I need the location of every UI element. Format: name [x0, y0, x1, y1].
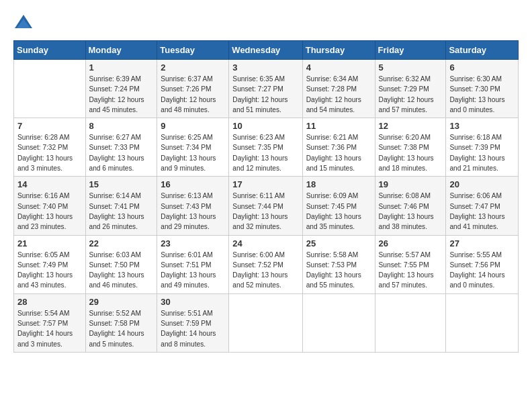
calendar-cell: [229, 293, 302, 352]
day-number: 23: [161, 238, 225, 248]
calendar-cell: 21Sunrise: 6:05 AMSunset: 7:49 PMDayligh…: [14, 235, 86, 293]
day-number: 21: [17, 238, 82, 248]
calendar-week-row: 7Sunrise: 6:28 AMSunset: 7:32 PMDaylight…: [14, 118, 519, 177]
day-number: 29: [89, 297, 154, 307]
calendar-cell: 14Sunrise: 6:16 AMSunset: 7:40 PMDayligh…: [14, 177, 86, 235]
day-detail: Sunrise: 6:09 AMSunset: 7:45 PMDaylight:…: [306, 191, 371, 232]
day-number: 5: [379, 62, 443, 73]
day-header-saturday: Saturday: [446, 41, 519, 60]
day-number: 30: [161, 297, 225, 307]
day-detail: Sunrise: 6:00 AMSunset: 7:52 PMDaylight:…: [232, 250, 298, 291]
calendar-cell: 22Sunrise: 6:03 AMSunset: 7:50 PMDayligh…: [85, 235, 157, 293]
calendar-cell: 2Sunrise: 6:37 AMSunset: 7:26 PMDaylight…: [157, 60, 229, 118]
day-detail: Sunrise: 6:32 AMSunset: 7:29 PMDaylight:…: [379, 74, 443, 115]
calendar-cell: 13Sunrise: 6:18 AMSunset: 7:39 PMDayligh…: [446, 118, 519, 177]
day-detail: Sunrise: 6:37 AMSunset: 7:26 PMDaylight:…: [161, 74, 225, 115]
day-number: 3: [232, 62, 298, 73]
calendar-week-row: 14Sunrise: 6:16 AMSunset: 7:40 PMDayligh…: [14, 177, 519, 235]
calendar-cell: 20Sunrise: 6:06 AMSunset: 7:47 PMDayligh…: [446, 177, 519, 235]
day-number: 19: [379, 179, 443, 189]
calendar-cell: 8Sunrise: 6:27 AMSunset: 7:33 PMDaylight…: [85, 118, 157, 177]
day-detail: Sunrise: 6:08 AMSunset: 7:46 PMDaylight:…: [379, 191, 443, 232]
day-header-tuesday: Tuesday: [157, 41, 229, 60]
day-number: 15: [89, 179, 154, 189]
page-header: [13, 13, 519, 34]
calendar-cell: 9Sunrise: 6:25 AMSunset: 7:34 PMDaylight…: [157, 118, 229, 177]
day-number: 27: [449, 238, 515, 248]
calendar-cell: 5Sunrise: 6:32 AMSunset: 7:29 PMDaylight…: [375, 60, 446, 118]
calendar-cell: 26Sunrise: 5:57 AMSunset: 7:55 PMDayligh…: [375, 235, 446, 293]
day-detail: Sunrise: 6:34 AMSunset: 7:28 PMDaylight:…: [306, 74, 371, 115]
calendar-cell: 11Sunrise: 6:21 AMSunset: 7:36 PMDayligh…: [302, 118, 375, 177]
day-number: 17: [232, 179, 298, 189]
day-number: 1: [89, 62, 154, 73]
day-detail: Sunrise: 5:57 AMSunset: 7:55 PMDaylight:…: [379, 250, 443, 291]
day-number: 6: [449, 62, 515, 73]
day-number: 14: [17, 179, 82, 189]
logo-icon: [13, 13, 34, 34]
logo: [13, 13, 35, 34]
calendar-cell: 12Sunrise: 6:20 AMSunset: 7:38 PMDayligh…: [375, 118, 446, 177]
day-number: 10: [232, 121, 298, 131]
day-detail: Sunrise: 6:13 AMSunset: 7:43 PMDaylight:…: [161, 191, 225, 232]
calendar-cell: [14, 60, 86, 118]
day-detail: Sunrise: 6:39 AMSunset: 7:24 PMDaylight:…: [89, 74, 154, 115]
day-number: 2: [161, 62, 225, 73]
day-detail: Sunrise: 6:01 AMSunset: 7:51 PMDaylight:…: [161, 250, 225, 291]
calendar-cell: 3Sunrise: 6:35 AMSunset: 7:27 PMDaylight…: [229, 60, 302, 118]
day-header-thursday: Thursday: [302, 41, 375, 60]
day-detail: Sunrise: 6:30 AMSunset: 7:30 PMDaylight:…: [449, 74, 515, 115]
calendar-cell: 18Sunrise: 6:09 AMSunset: 7:45 PMDayligh…: [302, 177, 375, 235]
day-detail: Sunrise: 5:55 AMSunset: 7:56 PMDaylight:…: [449, 250, 515, 291]
calendar-cell: 1Sunrise: 6:39 AMSunset: 7:24 PMDaylight…: [85, 60, 157, 118]
day-detail: Sunrise: 6:28 AMSunset: 7:32 PMDaylight:…: [17, 132, 82, 173]
calendar-cell: 4Sunrise: 6:34 AMSunset: 7:28 PMDaylight…: [302, 60, 375, 118]
day-number: 4: [306, 62, 371, 73]
calendar-cell: 25Sunrise: 5:58 AMSunset: 7:53 PMDayligh…: [302, 235, 375, 293]
day-detail: Sunrise: 6:06 AMSunset: 7:47 PMDaylight:…: [449, 191, 515, 232]
day-detail: Sunrise: 6:27 AMSunset: 7:33 PMDaylight:…: [89, 132, 154, 173]
calendar-header-row: SundayMondayTuesdayWednesdayThursdayFrid…: [14, 41, 519, 60]
calendar-cell: 10Sunrise: 6:23 AMSunset: 7:35 PMDayligh…: [229, 118, 302, 177]
day-detail: Sunrise: 6:35 AMSunset: 7:27 PMDaylight:…: [232, 74, 298, 115]
day-number: 12: [379, 121, 443, 131]
day-number: 9: [161, 121, 225, 131]
day-detail: Sunrise: 5:51 AMSunset: 7:59 PMDaylight:…: [161, 308, 225, 349]
day-number: 22: [89, 238, 154, 248]
calendar-cell: 28Sunrise: 5:54 AMSunset: 7:57 PMDayligh…: [14, 293, 86, 352]
day-detail: Sunrise: 5:54 AMSunset: 7:57 PMDaylight:…: [17, 308, 82, 349]
calendar-week-row: 1Sunrise: 6:39 AMSunset: 7:24 PMDaylight…: [14, 60, 519, 118]
calendar-cell: [375, 293, 446, 352]
day-detail: Sunrise: 5:52 AMSunset: 7:58 PMDaylight:…: [89, 308, 154, 349]
calendar-table: SundayMondayTuesdayWednesdayThursdayFrid…: [13, 40, 519, 353]
day-number: 8: [89, 121, 154, 131]
calendar-cell: 24Sunrise: 6:00 AMSunset: 7:52 PMDayligh…: [229, 235, 302, 293]
day-detail: Sunrise: 5:58 AMSunset: 7:53 PMDaylight:…: [306, 250, 371, 291]
day-detail: Sunrise: 6:11 AMSunset: 7:44 PMDaylight:…: [232, 191, 298, 232]
day-detail: Sunrise: 6:25 AMSunset: 7:34 PMDaylight:…: [161, 132, 225, 173]
day-number: 26: [379, 238, 443, 248]
day-number: 20: [449, 179, 515, 189]
calendar-cell: 19Sunrise: 6:08 AMSunset: 7:46 PMDayligh…: [375, 177, 446, 235]
day-detail: Sunrise: 6:18 AMSunset: 7:39 PMDaylight:…: [449, 132, 515, 173]
calendar-week-row: 21Sunrise: 6:05 AMSunset: 7:49 PMDayligh…: [14, 235, 519, 293]
calendar-cell: 29Sunrise: 5:52 AMSunset: 7:58 PMDayligh…: [85, 293, 157, 352]
day-header-sunday: Sunday: [14, 41, 86, 60]
calendar-cell: 16Sunrise: 6:13 AMSunset: 7:43 PMDayligh…: [157, 177, 229, 235]
day-detail: Sunrise: 6:05 AMSunset: 7:49 PMDaylight:…: [17, 250, 82, 291]
day-detail: Sunrise: 6:21 AMSunset: 7:36 PMDaylight:…: [306, 132, 371, 173]
calendar-cell: 30Sunrise: 5:51 AMSunset: 7:59 PMDayligh…: [157, 293, 229, 352]
day-number: 25: [306, 238, 371, 248]
calendar-cell: [302, 293, 375, 352]
day-header-wednesday: Wednesday: [229, 41, 302, 60]
day-number: 24: [232, 238, 298, 248]
calendar-week-row: 28Sunrise: 5:54 AMSunset: 7:57 PMDayligh…: [14, 293, 519, 352]
calendar-cell: 17Sunrise: 6:11 AMSunset: 7:44 PMDayligh…: [229, 177, 302, 235]
calendar-cell: 7Sunrise: 6:28 AMSunset: 7:32 PMDaylight…: [14, 118, 86, 177]
calendar-cell: 6Sunrise: 6:30 AMSunset: 7:30 PMDaylight…: [446, 60, 519, 118]
calendar-cell: 23Sunrise: 6:01 AMSunset: 7:51 PMDayligh…: [157, 235, 229, 293]
calendar-cell: 27Sunrise: 5:55 AMSunset: 7:56 PMDayligh…: [446, 235, 519, 293]
calendar-cell: 15Sunrise: 6:14 AMSunset: 7:41 PMDayligh…: [85, 177, 157, 235]
day-detail: Sunrise: 6:03 AMSunset: 7:50 PMDaylight:…: [89, 250, 154, 291]
calendar-cell: [446, 293, 519, 352]
